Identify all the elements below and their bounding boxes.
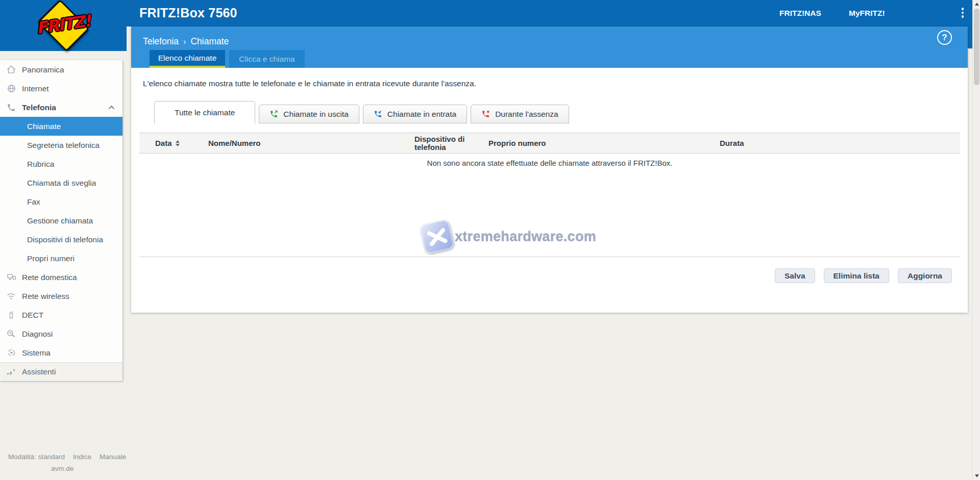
scrollbar-thumb[interactable] (974, 9, 979, 85)
aggiorna-button[interactable]: Aggiorna (898, 268, 952, 283)
footer-manuale-link[interactable]: Manuale (100, 453, 126, 461)
globe-icon (5, 84, 17, 94)
main-panel: Telefonia›Chiamate ? Elenco chiamate Cli… (131, 27, 968, 313)
sidebar-item-rete-domestica[interactable]: Rete domestica (0, 268, 122, 287)
sidebar-item-label: Rete domestica (22, 273, 77, 282)
scrollbar-down-icon[interactable] (973, 472, 980, 480)
sidebar-item-panoramica[interactable]: Panoramica (0, 60, 122, 79)
sidebar-item-label: Internet (22, 84, 49, 93)
sidebar-item-label: Chiamate (27, 122, 61, 131)
sidebar-item-gestione-chiamata[interactable]: Gestione chiamata (0, 211, 122, 230)
sidebar-item-label: Fax (27, 197, 40, 207)
app-title: FRITZ!Box 7560 (139, 6, 237, 20)
sidebar-item-label: Assistenti (22, 367, 56, 376)
sidebar-item-dect[interactable]: DECT (0, 306, 122, 324)
incoming-call-icon (374, 110, 382, 118)
dect-handset-icon (5, 310, 17, 320)
sort-icon (176, 140, 180, 146)
wifi-icon (5, 291, 17, 301)
sidebar-item-label: Panoramica (22, 65, 64, 74)
filter-tab-label: Tutte le chiamate (175, 108, 235, 117)
sidebar-item-diagnosi[interactable]: Diagnosi (0, 324, 122, 343)
footer-avm-link[interactable]: avm.de (51, 465, 74, 472)
chevron-up-icon (108, 105, 115, 110)
sidebar-item-label: Sistema (22, 348, 51, 358)
sidebar-item-dispositivi-di-telefonia[interactable]: Dispositivi di telefonia (0, 230, 122, 249)
sidebar-item-chiamata-di-sveglia[interactable]: Chiamata di sveglia (0, 173, 122, 192)
sidebar-item-chiamate[interactable]: Chiamate (0, 117, 122, 136)
filter-tab-label: Chiamate in uscita (283, 110, 349, 119)
breadcrumb: Telefonia›Chiamate (143, 36, 229, 47)
sidebar-item-assistenti[interactable]: Assistenti (0, 362, 122, 381)
footer-mode-label: Modalità: standard (8, 453, 65, 461)
tab-clicca-e-chiama[interactable]: Clicca e chiama (229, 50, 305, 68)
sidebar-item-label: Rete wireless (22, 292, 69, 301)
filter-tab-label: Durante l'assenza (495, 110, 558, 119)
breadcrumb-separator-icon: › (183, 37, 186, 46)
sidebar-item-telefonia[interactable]: Telefonia (0, 98, 122, 117)
sidebar-item-label: Rubrica (27, 160, 54, 169)
outgoing-call-icon (270, 110, 278, 118)
help-icon[interactable]: ? (937, 30, 952, 45)
page-description: L'elenco chiamate mostra tutte le telefo… (143, 79, 476, 88)
diagnosis-icon (5, 329, 17, 339)
column-header-proprio-numero: Proprio numero (488, 139, 720, 147)
sidebar-item-rete-wireless[interactable]: Rete wireless (0, 287, 122, 306)
filter-tab-label: Chiamate in entrata (387, 110, 456, 119)
breadcrumb-page: Chiamate (190, 36, 229, 46)
scrollbar-up-icon[interactable] (973, 0, 980, 8)
sidebar-item-label: Gestione chiamata (27, 216, 93, 225)
system-icon (5, 348, 17, 358)
sidebar-item-propri-numeri[interactable]: Propri numeri (0, 249, 122, 268)
elimina-lista-button[interactable]: Elimina lista (824, 268, 889, 283)
empty-table-message: Non sono ancora state effettuate delle c… (139, 154, 960, 167)
fritz-logo[interactable]: FRITZ! (0, 0, 127, 51)
sidebar-item-label: DECT (22, 311, 43, 320)
call-filter-tabs: Tutte le chiamate Chiamate in uscita Chi… (154, 101, 569, 123)
action-buttons: Salva Elimina lista Aggiorna (775, 268, 952, 283)
calls-table: Data Nome/Numero Dispositivo di telefoni… (139, 133, 960, 257)
sidebar-item-label: Dispositivi di telefonia (27, 235, 103, 244)
filter-tab-tutte-le-chiamate[interactable]: Tutte le chiamate (154, 101, 255, 123)
column-header-data[interactable]: Data (155, 139, 208, 147)
sidebar-item-rubrica[interactable]: Rubrica (0, 155, 122, 173)
assistants-icon (5, 367, 17, 377)
sidebar-item-label: Telefonia (22, 103, 56, 112)
column-header-nome-numero: Nome/Numero (208, 139, 414, 147)
filter-tab-chiamate-in-entrata[interactable]: Chiamate in entrata (363, 105, 467, 123)
column-header-durata: Durata (720, 139, 960, 147)
filter-tab-chiamate-in-uscita[interactable]: Chiamate in uscita (259, 105, 359, 123)
kebab-menu-icon[interactable] (959, 8, 967, 20)
sidebar-item-label: Chiamata di sveglia (27, 179, 96, 188)
missed-call-icon (481, 110, 490, 118)
column-header-dispositivo: Dispositivo di telefonia (414, 135, 488, 151)
sidebar-item-sistema[interactable]: Sistema (0, 343, 122, 362)
sidebar-item-fax[interactable]: Fax (0, 192, 122, 211)
home-icon (5, 65, 17, 75)
sidebar-nav: Panoramica Internet Telefonia Chiamate S… (0, 60, 122, 381)
sidebar-item-internet[interactable]: Internet (0, 79, 122, 98)
calls-table-header: Data Nome/Numero Dispositivo di telefoni… (139, 133, 960, 154)
phone-icon (5, 103, 17, 113)
home-network-icon (5, 272, 17, 283)
salva-button[interactable]: Salva (775, 268, 815, 283)
sidebar-item-label: Propri numeri (27, 254, 75, 263)
panel-header: Telefonia›Chiamate ? Elenco chiamate Cli… (131, 27, 968, 68)
breadcrumb-section[interactable]: Telefonia (143, 36, 179, 46)
sidebar-item-label: Diagnosi (22, 330, 53, 339)
calls-table-body: Non sono ancora state effettuate delle c… (139, 154, 960, 257)
fritznas-link[interactable]: FRITZ!NAS (779, 9, 821, 18)
myfritz-link[interactable]: MyFRITZ! (849, 9, 885, 18)
sidebar-item-label: Segreteria telefonica (27, 141, 100, 150)
footer-indice-link[interactable]: Indice (73, 453, 91, 461)
footer: Modalità: standard Indice Manuale (8, 453, 126, 461)
page-tabs: Elenco chiamate Clicca e chiama (150, 50, 305, 68)
vertical-scrollbar[interactable] (972, 0, 980, 480)
sidebar-item-segreteria-telefonica[interactable]: Segreteria telefonica (0, 136, 122, 155)
tab-elenco-chiamate[interactable]: Elenco chiamate (150, 50, 225, 68)
filter-tab-durante-assenza[interactable]: Durante l'assenza (471, 105, 569, 123)
